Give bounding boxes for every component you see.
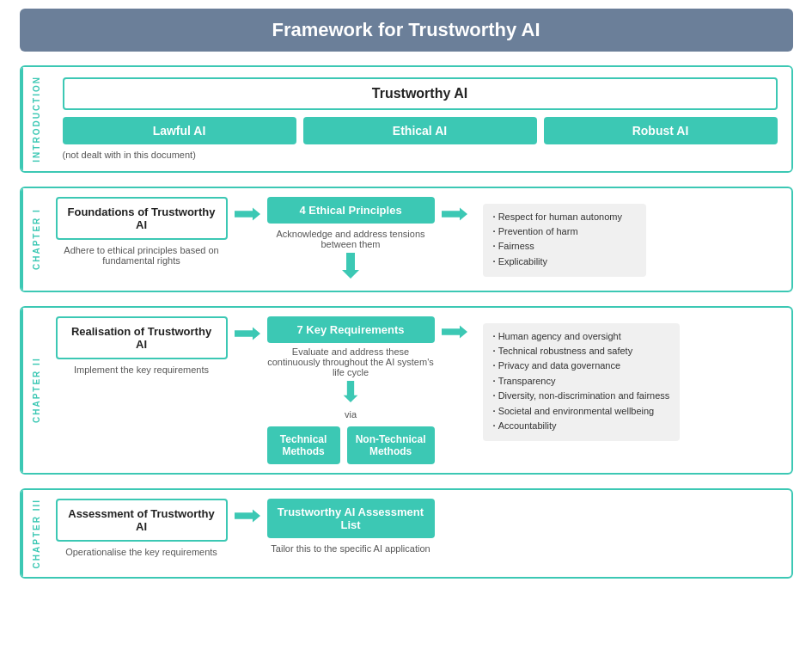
technical-methods-box: Technical Methods	[267, 426, 340, 464]
ch1-mid-sub: Acknowledge and address tensions between…	[267, 229, 435, 249]
ch2-left-sub: Implement the key requirements	[74, 365, 209, 375]
trustworthy-ai-box: Trustworthy AI	[63, 77, 778, 110]
ch1-bullet-box: Respect for human autonomy Prevention of…	[483, 204, 646, 278]
chapter1-content: Foundations of Trustworthy AI Adhere to …	[49, 188, 791, 291]
ch1-mid-box: 4 Ethical Principles	[267, 197, 435, 224]
ch1-arrow-down	[342, 253, 359, 279]
svg-marker-1	[342, 253, 359, 279]
ch2-bullet-box: Human agency and oversight Technical rob…	[483, 323, 681, 442]
svg-marker-2	[442, 207, 467, 220]
ch1-mid: 4 Ethical Principles Acknowledge and add…	[267, 197, 435, 282]
ch1-left-sub: Adhere to ethical principles based on fu…	[56, 245, 228, 266]
trustworthy-ai-label: Trustworthy AI	[372, 86, 467, 101]
ch1-bullet-1: Respect for human autonomy	[493, 211, 636, 224]
chapter1-label: CHAPTER I	[21, 188, 49, 291]
svg-marker-3	[235, 327, 260, 340]
ch2-bullet-1: Human agency and oversight	[493, 330, 670, 343]
ch3-left: Assessment of Trustworthy AI Operational…	[56, 499, 228, 557]
ch2-bullet-6: Societal and environmental wellbeing	[493, 405, 670, 418]
ch3-mid-title: Trustworthy AI Assessment List	[278, 506, 424, 531]
non-technical-methods-label: Non-Technical Methods	[356, 433, 426, 457]
ch1-left: Foundations of Trustworthy AI Adhere to …	[56, 197, 228, 266]
ch1-bullet-3: Fairness	[493, 240, 636, 253]
technical-methods-label: Technical Methods	[280, 433, 327, 457]
ch2-arrow-right	[228, 325, 267, 342]
lawful-ai-label: Lawful AI	[153, 124, 206, 138]
ch3-mid: Trustworthy AI Assessment List Tailor th…	[267, 499, 435, 554]
ethical-ai-box: Ethical AI	[303, 117, 537, 144]
introduction-section: INTRODUCTION Trustworthy AI Lawful AI Et…	[20, 65, 793, 173]
chapter1-section: CHAPTER I Foundations of Trustworthy AI …	[20, 187, 793, 292]
ch2-bullet-4: Transparency	[493, 375, 670, 388]
ch3-left-sub: Operationalise the key requirements	[65, 547, 217, 557]
svg-marker-5	[442, 325, 467, 338]
ch2-bullet-3: Privacy and data governance	[493, 359, 670, 372]
ch1-mid-title: 4 Ethical Principles	[299, 204, 401, 217]
lawful-ai-box: Lawful AI	[63, 117, 296, 144]
ch3-left-box: Assessment of Trustworthy AI	[56, 499, 228, 542]
ch3-arrow-right-icon	[235, 507, 260, 524]
ch3-mid-sub: Tailor this to the specific AI applicati…	[271, 543, 430, 554]
ch2-arrow-down	[342, 381, 359, 402]
introduction-label: INTRODUCTION	[21, 67, 49, 171]
methods-row: Technical Methods Non-Technical Methods	[267, 426, 435, 464]
not-dealt-text: (not dealt with in this document)	[63, 150, 778, 160]
ch1-bullets: Respect for human autonomy Prevention of…	[493, 211, 636, 269]
ch2-bullet-5: Diversity, non-discrimination and fairne…	[493, 389, 670, 402]
ch2-mid-box: 7 Key Requirements	[267, 316, 435, 343]
ch2-mid: 7 Key Requirements Evaluate and address …	[267, 316, 435, 464]
ch1-arrow-right	[228, 205, 267, 223]
robust-ai-label: Robust AI	[632, 124, 689, 138]
ch1-bullet-2: Prevention of harm	[493, 225, 636, 238]
ch2-arrow-down-icon	[342, 381, 359, 402]
arrow-right2-icon	[442, 205, 467, 223]
ch2-mid-sub: Evaluate and address these continuously …	[267, 346, 435, 377]
introduction-content: Trustworthy AI Lawful AI Ethical AI Robu…	[49, 67, 791, 171]
page-header: Framework for Trustworthy AI	[20, 9, 793, 52]
main-container: Framework for Trustworthy AI INTRODUCTIO…	[20, 9, 793, 592]
ch2-left-box: Realisation of Trustworthy AI	[56, 316, 228, 359]
ch2-arrow-right-icon	[235, 325, 260, 342]
ch2-bullet-2: Technical robustness and safety	[493, 345, 670, 358]
chapter2-content: Realisation of Trustworthy AI Implement …	[49, 308, 791, 473]
chapter3-label: CHAPTER III	[21, 490, 49, 577]
ch2-left-title: Realisation of Trustworthy AI	[71, 325, 211, 351]
ch1-left-box: Foundations of Trustworthy AI	[56, 197, 228, 240]
ch3-mid-box: Trustworthy AI Assessment List	[267, 499, 435, 538]
ethical-ai-label: Ethical AI	[393, 124, 447, 138]
ch2-arrow-right2-icon	[442, 323, 467, 340]
ch1-left-title: Foundations of Trustworthy AI	[68, 205, 216, 231]
svg-marker-0	[235, 207, 260, 220]
ch1-right: Respect for human autonomy Prevention of…	[474, 204, 646, 278]
chapter2-section: CHAPTER II Realisation of Trustworthy AI…	[20, 306, 793, 475]
robust-ai-box: Robust AI	[544, 117, 778, 144]
ch2-bullet-7: Accountability	[493, 420, 670, 432]
ch2-arrow-right2	[435, 323, 474, 340]
ch1-bullet-4: Explicability	[493, 255, 636, 268]
ch2-left: Realisation of Trustworthy AI Implement …	[56, 316, 228, 375]
ch3-left-title: Assessment of Trustworthy AI	[68, 507, 215, 533]
chapter3-section: CHAPTER III Assessment of Trustworthy AI…	[20, 488, 793, 579]
svg-marker-4	[344, 381, 358, 402]
via-text: via	[345, 409, 357, 420]
ch1-arrow-right2	[435, 205, 474, 223]
chapter3-content: Assessment of Trustworthy AI Operational…	[49, 490, 791, 577]
ch2-right: Human agency and oversight Technical rob…	[474, 323, 681, 442]
arrow-right-icon	[235, 205, 260, 223]
ch3-arrow-right	[228, 507, 267, 524]
svg-marker-6	[235, 509, 260, 522]
ch2-bullets: Human agency and oversight Technical rob…	[493, 330, 670, 433]
non-technical-methods-box: Non-Technical Methods	[347, 426, 435, 464]
header-title: Framework for Trustworthy AI	[272, 19, 540, 40]
ch2-mid-title: 7 Key Requirements	[297, 323, 405, 336]
ai-types-row: Lawful AI Ethical AI Robust AI	[63, 117, 778, 144]
arrow-down-icon	[342, 253, 359, 279]
chapter2-label: CHAPTER II	[21, 308, 49, 473]
